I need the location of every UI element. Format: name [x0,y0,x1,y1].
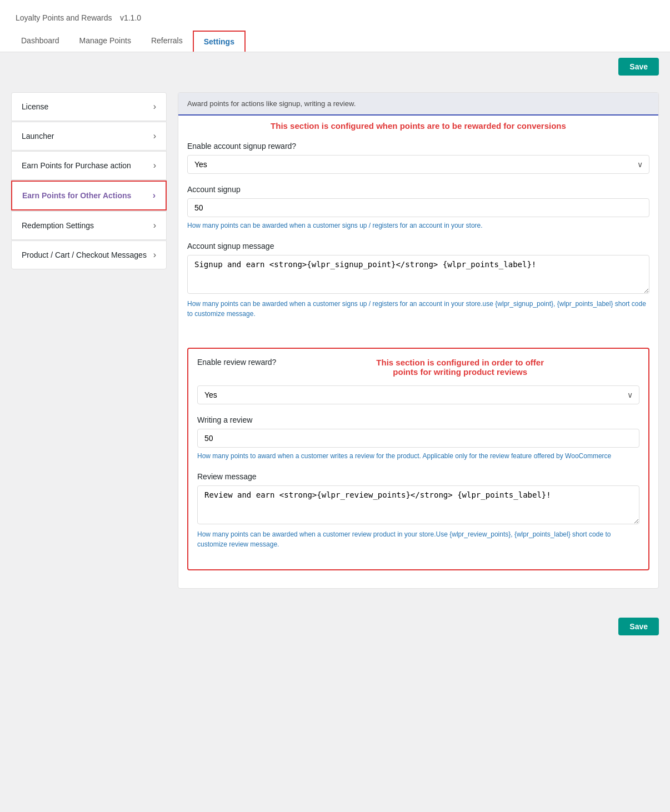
enable-signup-label: Enable account signup reward? [187,142,649,151]
signup-points-label: Account signup [187,185,649,194]
app-title-text: Loyalty Points and Rewards [16,13,112,22]
sidebar-label-license: License [22,102,48,111]
app-header: Loyalty Points and Rewards v1.1.0 Dashbo… [0,0,670,52]
sidebar-item-redemption[interactable]: Redemption Settings › [11,211,167,240]
review-points-group: Writing a review How many points to awar… [197,415,639,461]
sidebar-label-launcher: Launcher [22,132,54,141]
page-content: License › Launcher › Earn Points for Pur… [0,81,670,609]
sidebar-label-earn-other: Earn Points for Other Actions [22,191,131,200]
info-bar-text: Award points for actions like signup, wr… [187,99,356,108]
chevron-icon-launcher: › [153,131,156,141]
chevron-icon-product-cart: › [153,250,156,260]
enable-signup-select[interactable]: Yes No [187,155,649,174]
chevron-icon-license: › [153,102,156,112]
sidebar-label-earn-purchase: Earn Points for Purchase action [22,161,131,170]
enable-review-select[interactable]: Yes No [197,385,639,404]
review-message-label: Review message [197,472,639,481]
sidebar-item-license[interactable]: License › [11,92,167,121]
signup-highlight-text: This section is configured when points a… [271,121,566,131]
enable-signup-select-wrapper: Yes No [187,155,649,174]
tab-manage-points[interactable]: Manage Points [69,31,141,52]
signup-section-highlight: This section is configured when points a… [178,116,658,133]
app-version: v1.1.0 [120,13,141,22]
enable-review-select-wrapper: Yes No [197,385,639,404]
nav-tabs: Dashboard Manage Points Referrals Settin… [11,31,659,52]
chevron-icon-earn-other: › [153,191,156,201]
earn-other-card: Award points for actions like signup, wr… [178,92,659,589]
signup-message-textarea[interactable] [187,255,649,294]
sidebar-item-earn-other[interactable]: Earn Points for Other Actions › [11,181,167,210]
enable-review-group: Yes No [197,385,639,404]
signup-points-hint: How many points can be awarded when a cu… [187,220,649,230]
review-message-textarea[interactable] [197,485,639,524]
save-button-top[interactable]: Save [618,58,659,76]
review-section-header: Enable review reward? This section is co… [197,358,639,377]
review-points-hint: How many points to award when a customer… [197,451,639,461]
tab-dashboard[interactable]: Dashboard [11,31,69,52]
sidebar-label-product-cart: Product / Cart / Checkout Messages [22,250,147,259]
main-content: Award points for actions like signup, wr… [178,92,659,598]
app-title: Loyalty Points and Rewards v1.1.0 [11,9,659,31]
review-highlight-text: This section is configured in order to o… [281,358,639,377]
sidebar: License › Launcher › Earn Points for Pur… [11,92,167,598]
tab-settings[interactable]: Settings [193,31,246,52]
sidebar-label-redemption: Redemption Settings [22,221,94,230]
tab-referrals[interactable]: Referrals [141,31,193,52]
review-section: Enable review reward? This section is co… [187,348,649,570]
signup-message-group: Account signup message How many points c… [187,242,649,319]
review-message-hint: How many points can be awarded when a cu… [197,529,639,549]
bottom-toolbar: Save [0,609,670,644]
section-info-bar: Award points for actions like signup, wr… [178,93,658,116]
signup-points-group: Account signup How many points can be aw… [187,185,649,230]
signup-points-input[interactable] [187,198,649,217]
review-points-label: Writing a review [197,415,639,424]
sidebar-item-product-cart[interactable]: Product / Cart / Checkout Messages › [11,240,167,269]
sidebar-item-launcher[interactable]: Launcher › [11,122,167,151]
review-highlight-line1: This section is configured in order to o… [376,358,544,367]
save-button-bottom[interactable]: Save [618,618,659,635]
enable-signup-group: Enable account signup reward? Yes No [187,142,649,174]
top-toolbar: Save [0,52,670,81]
enable-review-label: Enable review reward? [197,358,276,367]
chevron-icon-earn-purchase: › [153,161,156,171]
chevron-icon-redemption: › [153,220,156,230]
review-highlight-line2: points for writing product reviews [393,367,527,377]
signup-message-hint: How many points can be awarded when a cu… [187,299,649,319]
review-message-group: Review message How many points can be aw… [197,472,639,549]
signup-message-label: Account signup message [187,242,649,250]
review-points-input[interactable] [197,429,639,448]
sidebar-item-earn-purchase[interactable]: Earn Points for Purchase action › [11,151,167,180]
signup-section-body: Enable account signup reward? Yes No Acc… [178,133,658,339]
